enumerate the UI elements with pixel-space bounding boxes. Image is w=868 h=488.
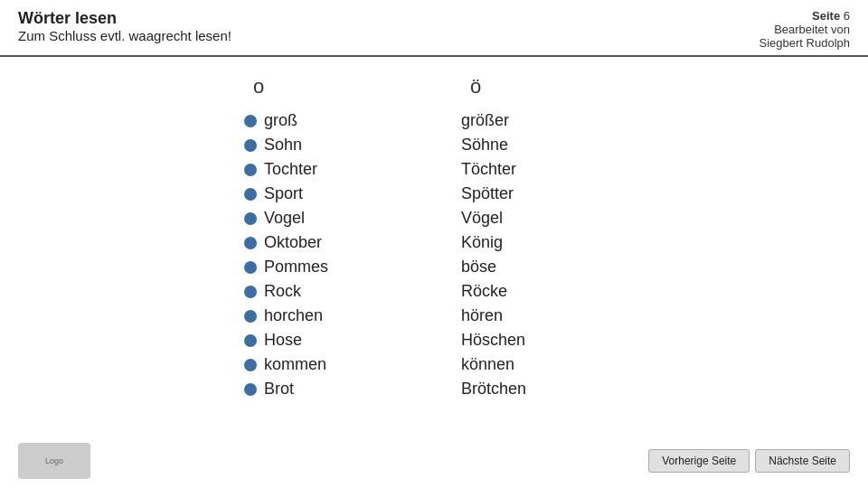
list-item: Oktober (244, 233, 407, 252)
word-label: Höschen (461, 331, 525, 350)
list-item: Brötchen (461, 380, 624, 399)
word-label: horchen (264, 306, 323, 325)
bullet-icon (244, 383, 257, 396)
word-label: Söhne (461, 136, 508, 155)
bullet-icon (244, 188, 257, 201)
word-label: Hose (264, 331, 302, 350)
page-title: Wörter lesen (18, 9, 231, 28)
footer-logo: Logo (18, 443, 90, 479)
bullet-icon (244, 261, 257, 274)
right-column: ö größerSöhneTöchterSpötterVögelKönigbös… (461, 75, 624, 404)
prev-button[interactable]: Vorherige Seite (648, 449, 750, 473)
word-label: Tochter (264, 160, 317, 179)
word-label: hören (461, 306, 503, 325)
bullet-icon (244, 164, 257, 176)
word-label: groß (264, 111, 297, 130)
word-label: Brötchen (461, 380, 526, 399)
list-item: Sport (244, 184, 407, 203)
list-item: Vögel (461, 209, 624, 228)
word-label: Brot (264, 380, 294, 399)
list-item: Spötter (461, 184, 624, 203)
list-item: groß (244, 111, 407, 130)
left-word-list: großSohnTochterSportVogelOktoberPommesRo… (244, 111, 407, 404)
bullet-icon (244, 359, 257, 371)
word-label: Sport (264, 184, 303, 203)
footer: Logo Vorherige Seite Nächste Seite (0, 443, 868, 479)
list-item: können (461, 355, 624, 374)
list-item: König (461, 233, 624, 252)
bullet-icon (244, 139, 257, 152)
bullet-icon (244, 237, 257, 249)
word-label: böse (461, 258, 496, 277)
list-item: Röcke (461, 282, 624, 301)
content-area: o großSohnTochterSportVogelOktoberPommes… (0, 57, 868, 413)
bullet-icon (244, 212, 257, 225)
word-label: Vögel (461, 209, 503, 228)
bullet-icon (244, 334, 257, 347)
page-subtitle: Zum Schluss evtl. waagrecht lesen! (18, 28, 231, 43)
word-label: können (461, 355, 514, 374)
list-item: hören (461, 306, 624, 325)
word-label: König (461, 233, 503, 252)
author-name: Siegbert Rudolph (760, 36, 850, 50)
list-item: größer (461, 111, 624, 130)
word-label: Oktober (264, 233, 322, 252)
list-item: Töchter (461, 160, 624, 179)
page-number: 6 (844, 9, 850, 23)
word-label: Sohn (264, 136, 302, 155)
bullet-icon (244, 286, 257, 298)
bullet-icon (244, 310, 257, 323)
bullet-icon (244, 115, 257, 127)
word-label: Rock (264, 282, 301, 301)
word-label: Töchter (461, 160, 516, 179)
list-item: Sohn (244, 136, 407, 155)
list-item: horchen (244, 306, 407, 325)
header-left: Wörter lesen Zum Schluss evtl. waagrecht… (18, 9, 231, 43)
page-label: Seite (812, 9, 840, 23)
list-item: Höschen (461, 331, 624, 350)
word-label: Röcke (461, 282, 507, 301)
list-item: Hose (244, 331, 407, 350)
list-item: Tochter (244, 160, 407, 179)
word-label: Vogel (264, 209, 305, 228)
list-item: Pommes (244, 258, 407, 277)
list-item: Brot (244, 380, 407, 399)
word-label: Pommes (264, 258, 328, 277)
next-button[interactable]: Nächste Seite (755, 449, 850, 473)
right-column-header: ö (461, 75, 624, 99)
footer-buttons: Vorherige Seite Nächste Seite (648, 449, 850, 473)
word-label: Spötter (461, 184, 514, 203)
word-label: kommen (264, 355, 326, 374)
list-item: kommen (244, 355, 407, 374)
list-item: Vogel (244, 209, 407, 228)
header-right: Seite 6 Bearbeitet von Siegbert Rudolph (760, 9, 850, 50)
header: Wörter lesen Zum Schluss evtl. waagrecht… (0, 0, 868, 57)
word-label: größer (461, 111, 509, 130)
right-word-list: größerSöhneTöchterSpötterVögelKönigböseR… (461, 111, 624, 404)
edited-by-label: Bearbeitet von (774, 23, 850, 36)
list-item: böse (461, 258, 624, 277)
left-column: o großSohnTochterSportVogelOktoberPommes… (244, 75, 407, 404)
list-item: Söhne (461, 136, 624, 155)
left-column-header: o (244, 75, 407, 99)
list-item: Rock (244, 282, 407, 301)
